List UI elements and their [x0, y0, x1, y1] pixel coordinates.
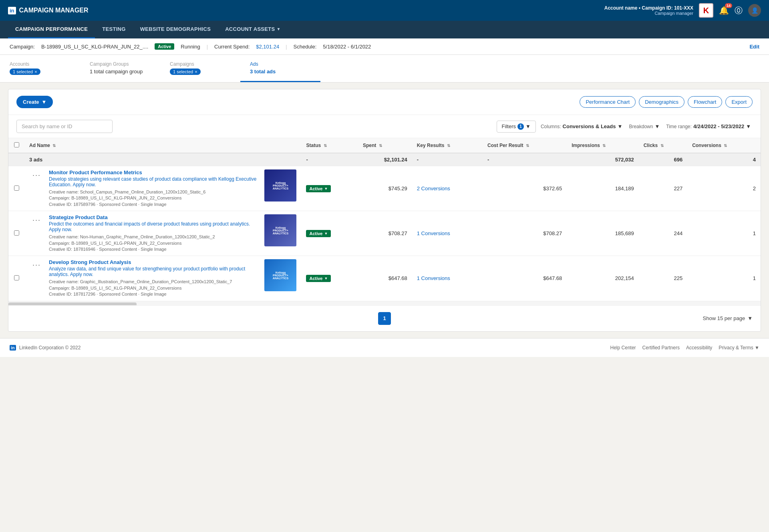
row2-status-badge[interactable]: Active ▼	[306, 230, 331, 237]
accounts-tab-value: 1 selected ×	[10, 69, 70, 75]
row1-ad-image: KelloggPRODUCT+ANALYTICS	[264, 169, 296, 202]
row1-meta2: Campaign: B-18989_US_LI_SC_KLG-PRAN_JUN_…	[49, 195, 260, 201]
export-button[interactable]: Export	[725, 96, 753, 108]
accounts-clear-icon[interactable]: ×	[34, 69, 37, 74]
k-avatar[interactable]: K	[699, 3, 713, 18]
nav-account-assets[interactable]: ACCOUNT ASSETS ▼	[218, 21, 288, 38]
edit-campaign-link[interactable]: Edit	[749, 44, 759, 50]
row1-checkbox-cell[interactable]	[8, 166, 24, 211]
row2-ad-desc: Predict the outcomes and financial impac…	[49, 221, 260, 232]
row2-conversions-cell: 1	[687, 211, 761, 256]
row1-ad-title[interactable]: Monitor Product Performance Metrics	[49, 169, 260, 175]
time-range-label: Time range:	[666, 124, 692, 129]
per-page-selector[interactable]: Show 15 per page ▼	[703, 315, 753, 321]
footer-privacy-terms-link[interactable]: Privacy & Terms ▼	[719, 345, 759, 351]
header-impressions[interactable]: Impressions ⇅	[567, 138, 639, 153]
campaigns-clear-icon[interactable]: ×	[195, 69, 197, 74]
flowchart-button[interactable]: Flowchart	[688, 96, 722, 108]
per-page-label: Show 15 per page	[703, 315, 745, 321]
header-cost-per-result[interactable]: Cost Per Result ⇅	[483, 138, 567, 153]
row1-ad-image-bg: KelloggPRODUCT+ANALYTICS	[264, 169, 296, 202]
row3-more-btn[interactable]: ···	[29, 259, 44, 271]
nav-testing[interactable]: TESTING	[95, 21, 133, 38]
select-all-checkbox[interactable]	[14, 142, 19, 147]
row1-checkbox[interactable]	[14, 185, 19, 191]
ads-tab-title: Ads	[250, 61, 311, 67]
demographics-button[interactable]: Demographics	[639, 96, 684, 108]
row2-checkbox[interactable]	[14, 230, 19, 236]
nav-website-demographics[interactable]: WEBSITE DEMOGRAPHICS	[133, 21, 218, 38]
header-key-results[interactable]: Key Results ⇅	[412, 138, 483, 153]
horizontal-scrollbar[interactable]	[8, 301, 761, 305]
footer-help-center-link[interactable]: Help Center	[610, 345, 636, 351]
campaign-groups-tab-value: 1 total campaign group	[90, 69, 151, 75]
columns-value: Conversions & Leads	[563, 123, 616, 129]
row2-status-label: Active	[309, 231, 322, 236]
campaign-groups-tab-title: Campaign Groups	[90, 61, 151, 67]
row2-more-btn[interactable]: ···	[29, 214, 44, 226]
filters-count-badge: 1	[517, 123, 524, 130]
ads-table: Ad Name ⇅ Status ⇅ Spent ⇅ Key Results ⇅	[8, 138, 761, 301]
row3-status-badge[interactable]: Active ▼	[306, 275, 331, 282]
header-checkbox[interactable]	[8, 138, 24, 153]
row3-key-results-link[interactable]: 1 Conversions	[417, 275, 450, 281]
help-button[interactable]: ⓪	[735, 5, 743, 16]
nav-campaign-performance[interactable]: CAMPAIGN PERFORMANCE	[8, 21, 95, 38]
row2-cost-per-result-cell: $708.27	[483, 211, 567, 256]
row3-ad-title[interactable]: Develop Strong Product Analysis	[49, 259, 260, 265]
row2-ad-inner: ··· Strategize Product Data Predict the …	[29, 214, 296, 252]
footer-accessibility-link[interactable]: Accessibility	[686, 345, 712, 351]
tab-ads[interactable]: Ads 3 total ads	[240, 55, 320, 82]
footer-certified-partners-link[interactable]: Certified Partners	[642, 345, 680, 351]
header-status[interactable]: Status ⇅	[301, 138, 358, 153]
filter-group: Filters 1 ▼ Columns: Conversions & Leads…	[497, 121, 753, 133]
columns-label: Columns:	[541, 124, 561, 129]
performance-chart-button[interactable]: Performance Chart	[580, 96, 636, 108]
filters-button[interactable]: Filters 1 ▼	[497, 121, 536, 133]
header-clicks[interactable]: Clicks ⇅	[639, 138, 687, 153]
row1-key-results-link[interactable]: 2 Conversions	[417, 185, 450, 191]
row1-more-btn[interactable]: ···	[29, 169, 44, 181]
create-label: Create	[23, 99, 39, 105]
row1-impressions-cell: 184,189	[567, 166, 639, 211]
breakdown-button[interactable]: Breakdown ▼	[627, 121, 661, 132]
current-spend-link[interactable]: $2,101.24	[256, 44, 279, 50]
campaign-active-badge: Active	[155, 43, 174, 50]
tab-campaigns[interactable]: Campaigns 1 selected ×	[160, 55, 240, 82]
ads-table-container: Ad Name ⇅ Status ⇅ Spent ⇅ Key Results ⇅	[8, 138, 761, 301]
row2-key-results-link[interactable]: 1 Conversions	[417, 230, 450, 236]
campaigns-selected-badge: 1 selected ×	[170, 69, 201, 75]
row2-meta1: Creative name: Non-Human_Graphic_Pname_O…	[49, 234, 260, 240]
campaigns-tab-value: 1 selected ×	[170, 69, 231, 75]
campaign-bar: Campaign: B-18989_US_LI_SC_KLG-PRAN_JUN_…	[0, 38, 769, 55]
tab-campaign-groups[interactable]: Campaign Groups 1 total campaign group	[80, 55, 160, 82]
row1-cost-per-result-cell: $372.65	[483, 166, 567, 211]
row1-clicks-cell: 227	[639, 166, 687, 211]
toolbar: Create ▼ Performance Chart Demographics …	[8, 89, 761, 115]
filter-row: Filters 1 ▼ Columns: Conversions & Leads…	[8, 115, 761, 138]
user-role: Campaign manager	[604, 11, 693, 16]
search-input[interactable]	[16, 120, 113, 133]
row2-checkbox-cell[interactable]	[8, 211, 24, 256]
row2-name-cell: ··· Strategize Product Data Predict the …	[24, 211, 301, 256]
notifications-button[interactable]: 🔔 14	[719, 6, 729, 15]
breakdown-dropdown-icon: ▼	[654, 123, 660, 129]
row2-spent-cell: $708.27	[358, 211, 412, 256]
row3-checkbox[interactable]	[14, 275, 19, 280]
row1-ad-inner: ··· Monitor Product Performance Metrics …	[29, 169, 296, 208]
row3-checkbox-cell[interactable]	[8, 256, 24, 301]
header-spent[interactable]: Spent ⇅	[358, 138, 412, 153]
user-avatar-button[interactable]: 👤	[748, 4, 761, 17]
header-conversions[interactable]: Conversions ⇅	[687, 138, 761, 153]
time-range-button[interactable]: Time range: 4/24/2022 - 5/23/2022 ▼	[664, 121, 753, 132]
page-1-button[interactable]: 1	[378, 312, 391, 325]
tab-accounts[interactable]: Accounts 1 selected ×	[0, 55, 80, 82]
schedule-label: Schedule:	[294, 44, 317, 50]
ad-name-sort-icon: ⇅	[52, 143, 56, 148]
footer: in LinkedIn Corporation © 2022 Help Cent…	[0, 338, 769, 357]
columns-button[interactable]: Columns: Conversions & Leads ▼	[539, 121, 624, 132]
row1-status-badge[interactable]: Active ▼	[306, 185, 331, 192]
row2-ad-title[interactable]: Strategize Product Data	[49, 214, 260, 220]
create-button[interactable]: Create ▼	[16, 96, 53, 108]
header-ad-name[interactable]: Ad Name ⇅	[24, 138, 301, 153]
